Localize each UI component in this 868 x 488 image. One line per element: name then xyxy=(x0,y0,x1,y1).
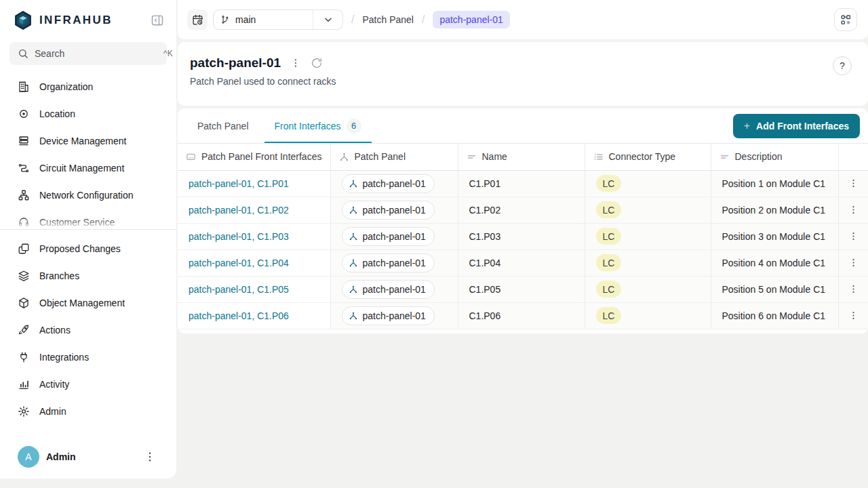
table-row: patch-panel-01, C1.P04patch-panel-01C1.P… xyxy=(178,249,868,276)
column-header-patch-panel-front-interfaces: Patch Panel Front Interfaces xyxy=(178,144,330,170)
sidebar-item-branches[interactable]: Branches xyxy=(0,262,176,289)
row-actions-button[interactable] xyxy=(839,224,868,249)
user-menu-button[interactable] xyxy=(144,451,156,463)
search-input[interactable] xyxy=(35,48,157,59)
tab-label: Patch Panel xyxy=(197,121,249,131)
row-actions-button[interactable] xyxy=(839,171,868,197)
tab-label: Front Interfaces xyxy=(275,121,341,131)
building-icon xyxy=(18,81,30,93)
connector-type-badge: LC xyxy=(596,307,622,324)
name-cell: C1.P01 xyxy=(458,170,585,197)
row-actions-button[interactable] xyxy=(839,303,868,329)
diff-icon xyxy=(18,243,30,255)
logo-row: INFRAHUB xyxy=(0,0,176,31)
sidebar: INFRAHUB ^K OrganizationLocationDevice M… xyxy=(0,0,176,479)
branch-name: main xyxy=(235,14,256,25)
row-actions-cell xyxy=(838,276,868,302)
branch-selector[interactable]: main xyxy=(213,9,343,30)
patch-panel-chip[interactable]: patch-panel-01 xyxy=(342,227,435,246)
column-header-name: Name xyxy=(458,144,585,170)
row-actions-cell xyxy=(838,197,868,223)
description-cell: Position 5 on Module C1 xyxy=(711,276,838,302)
kebab-icon xyxy=(848,178,859,188)
sidebar-item-admin[interactable]: Admin xyxy=(0,398,176,425)
tab-front-interfaces[interactable]: Front Interfaces6 xyxy=(264,108,372,143)
connector-type-badge: LC xyxy=(596,281,622,298)
help-button[interactable]: ? xyxy=(833,56,852,75)
kebab-icon xyxy=(848,284,859,294)
kebab-icon xyxy=(848,205,859,215)
rocket-icon xyxy=(18,324,30,336)
interface-link[interactable]: patch-panel-01, C1.P05 xyxy=(189,284,289,295)
avatar: A xyxy=(18,446,39,468)
column-label: Connector Type xyxy=(609,151,676,162)
patch-panel-cell: patch-panel-01 xyxy=(330,223,458,249)
table-row: patch-panel-01, C1.P05patch-panel-01C1.P… xyxy=(178,276,868,302)
network-icon xyxy=(18,189,30,201)
column-label: Patch Panel Front Interfaces xyxy=(201,151,321,162)
sidebar-item-network-configuration[interactable]: Network Configuration xyxy=(0,182,176,209)
patch-panel-chip[interactable]: patch-panel-01 xyxy=(342,306,435,325)
connector-type-badge: LC xyxy=(596,254,622,271)
sidebar-item-activity[interactable]: Activity xyxy=(0,371,176,398)
branch-caret[interactable] xyxy=(313,10,342,29)
add-button-label: Add Front Interfaces xyxy=(756,121,849,131)
apps-grid-icon xyxy=(840,14,852,26)
column-header-actions xyxy=(838,144,868,170)
patch-panel-cell: patch-panel-01 xyxy=(330,197,458,223)
sidebar-item-organization[interactable]: Organization xyxy=(0,73,176,100)
sidebar-item-object-management[interactable]: Object Management xyxy=(0,289,176,317)
interface-link[interactable]: patch-panel-01, C1.P04 xyxy=(189,258,289,268)
tab-patch-panel[interactable]: Patch Panel xyxy=(187,108,259,143)
patch-panel-cell: patch-panel-01 xyxy=(330,276,458,302)
apps-menu-button[interactable] xyxy=(834,8,857,31)
sidebar-item-circuit-management[interactable]: Circuit Management xyxy=(0,155,176,182)
description-cell: Position 1 on Module C1 xyxy=(711,170,838,197)
connector-type-badge: LC xyxy=(596,228,622,245)
interface-link[interactable]: patch-panel-01, C1.P06 xyxy=(189,310,289,321)
name-cell: C1.P05 xyxy=(458,276,585,302)
row-actions-button[interactable] xyxy=(839,277,868,302)
patch-panel-chip[interactable]: patch-panel-01 xyxy=(342,280,435,299)
sidebar-item-actions[interactable]: Actions xyxy=(0,317,176,344)
table-row: patch-panel-01, C1.P03patch-panel-01C1.P… xyxy=(178,223,868,249)
brand-name: INFRAHUB xyxy=(39,14,113,27)
interface-link[interactable]: patch-panel-01, C1.P03 xyxy=(189,231,289,242)
breadcrumb-current-badge[interactable]: patch-panel-01 xyxy=(433,11,509,28)
patch-panel-chip-label: patch-panel-01 xyxy=(363,205,426,216)
user-name: Admin xyxy=(46,451,76,462)
time-travel-button[interactable] xyxy=(187,9,208,30)
patch-panel-chip[interactable]: patch-panel-01 xyxy=(342,253,435,272)
gear-icon xyxy=(18,405,30,418)
search-box[interactable]: ^K xyxy=(9,42,167,65)
name-cell: C1.P04 xyxy=(458,249,585,276)
connector-type-cell: LC xyxy=(585,197,711,223)
row-actions-button[interactable] xyxy=(839,250,868,276)
calendar-clock-icon xyxy=(192,14,203,26)
sidebar-item-customer-service[interactable]: Customer Service xyxy=(0,209,176,229)
branch-selected: main xyxy=(214,10,313,29)
align-left-icon xyxy=(467,152,477,162)
sidebar-item-device-management[interactable]: Device Management xyxy=(0,127,176,155)
sidebar-collapse-button[interactable] xyxy=(151,14,164,27)
title-kebab-menu-button[interactable] xyxy=(290,58,301,68)
git-branch-icon xyxy=(220,15,230,24)
row-actions-cell xyxy=(838,249,868,276)
sidebar-item-label: Admin xyxy=(39,406,66,417)
sidebar-item-location[interactable]: Location xyxy=(0,100,176,127)
sidebar-item-integrations[interactable]: Integrations xyxy=(0,344,176,371)
patch-panel-chip[interactable]: patch-panel-01 xyxy=(342,201,435,220)
server-icon xyxy=(18,135,30,147)
sidebar-item-proposed-changes[interactable]: Proposed Changes xyxy=(0,235,176,262)
tabs-row: Patch PanelFront Interfaces6 + Add Front… xyxy=(178,108,868,144)
add-front-interfaces-button[interactable]: + Add Front Interfaces xyxy=(733,114,860,138)
row-actions-button[interactable] xyxy=(839,197,868,223)
patch-panel-chip[interactable]: patch-panel-01 xyxy=(342,174,435,193)
breadcrumb-section[interactable]: Patch Panel xyxy=(362,14,414,25)
description-cell: Position 2 on Module C1 xyxy=(711,197,838,223)
interface-link[interactable]: patch-panel-01, C1.P02 xyxy=(189,205,289,216)
patch-panel-cell: patch-panel-01 xyxy=(330,170,458,197)
refresh-button[interactable] xyxy=(311,57,323,69)
patch-panel-cell: patch-panel-01 xyxy=(330,302,458,329)
interface-link[interactable]: patch-panel-01, C1.P01 xyxy=(189,178,289,189)
